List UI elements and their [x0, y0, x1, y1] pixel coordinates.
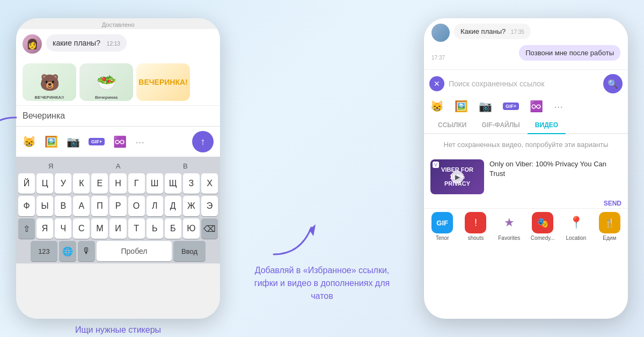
key-backspace[interactable]: ⌫	[201, 218, 218, 239]
search-button[interactable]: 🔍	[603, 74, 623, 93]
video-title: Only on Viber: 100% Privacy You Can Trus…	[489, 159, 621, 179]
key-ш[interactable]: Ш	[147, 173, 163, 194]
key-я[interactable]: Я	[36, 218, 53, 239]
location-icon: 📍	[565, 212, 587, 233]
app-favorites[interactable]: ★ Favorites	[495, 212, 524, 241]
keyboard-row-1: Й Ц У К Е Н Г Ш Щ З Х	[18, 173, 218, 194]
comedy-icon: 🎭	[532, 212, 553, 233]
key-space[interactable]: Пробел	[97, 241, 172, 261]
key-globe[interactable]: 🌐	[59, 241, 76, 261]
chat-top-right: Какие планы? 17:35 17:37 Позвони мне пос…	[424, 18, 628, 69]
sticker-1[interactable]: 🐻 ВЕЧЕРИНКА!!	[23, 63, 76, 101]
key-н[interactable]: Н	[109, 173, 126, 194]
send-button[interactable]: ↑	[192, 131, 214, 152]
chat-bubble: какие планы? 12:13	[46, 34, 127, 52]
image-icon[interactable]: 🖼️	[45, 135, 58, 148]
key-э[interactable]: Э	[201, 196, 218, 216]
app-comedy[interactable]: 🎭 Comedy...	[528, 212, 557, 241]
search-close-button[interactable]: ✕	[429, 76, 444, 91]
avatar: 👩	[23, 34, 42, 54]
more-icon-right[interactable]: ···	[554, 100, 563, 113]
location-label: Location	[566, 235, 587, 241]
key-л[interactable]: Л	[147, 196, 163, 216]
keyboard: Я А В Й Ц У К Е Н Г Ш	[16, 157, 220, 263]
toolbar-left: 😸 🖼️ 📷 GIF+ ♾️ ··· ↑	[16, 126, 220, 157]
right-phone-wrapper: Какие планы? 17:35 17:37 Позвони мне пос…	[424, 18, 628, 319]
key-б[interactable]: Б	[165, 218, 181, 239]
left-phone-wrapper: Доставлено 👩 какие планы? 12:13 🐻	[16, 18, 220, 335]
app-tenor[interactable]: GIF Tenor	[428, 212, 457, 241]
key-х[interactable]: Х	[201, 173, 218, 194]
key-м[interactable]: М	[91, 218, 108, 239]
key-з[interactable]: З	[183, 173, 200, 194]
key-п[interactable]: П	[91, 196, 108, 216]
key-й[interactable]: Й	[18, 173, 35, 194]
key-ч[interactable]: Ч	[55, 218, 71, 239]
msg-other-text: Какие планы?	[460, 27, 506, 35]
avatar-right	[431, 24, 450, 42]
bottom-apps-row: GIF Tenor ! shouts ★ Favorites 🎭 Comedy.…	[424, 208, 628, 244]
edim-icon: 🍴	[599, 212, 620, 233]
sticker-icon-right[interactable]: 😸	[430, 100, 444, 113]
play-icon[interactable]: ▶	[451, 171, 464, 184]
key-о[interactable]: О	[128, 196, 145, 216]
app-location[interactable]: 📍 Location	[561, 212, 590, 241]
image-icon-right[interactable]: 🖼️	[455, 100, 468, 113]
key-ж[interactable]: Ж	[183, 196, 200, 216]
msg-row-other: Какие планы? 17:35	[431, 24, 620, 42]
key-а[interactable]: А	[73, 196, 90, 216]
send-partial-label[interactable]: SEND	[424, 199, 628, 208]
video-thumbnail: V VIBER FOR100%PRIVACY ▶	[430, 159, 484, 194]
gif-badge-right[interactable]: GIF+	[503, 102, 519, 110]
tab-gif[interactable]: GIF-ФАЙЛЫ	[474, 117, 527, 133]
left-phone: Доставлено 👩 какие планы? 12:13 🐻	[16, 18, 220, 319]
suggestion-2[interactable]: А	[85, 161, 150, 171]
link-icon-right[interactable]: ♾️	[530, 100, 543, 113]
key-enter[interactable]: Ввод	[173, 241, 206, 261]
suggestion-1[interactable]: Я	[18, 161, 83, 171]
key-ф[interactable]: Ф	[18, 196, 35, 216]
app-shouts[interactable]: ! shouts	[461, 212, 490, 241]
key-ю[interactable]: Ю	[183, 218, 200, 239]
key-к[interactable]: К	[73, 173, 90, 194]
tab-video[interactable]: ВИДЕО	[528, 117, 566, 134]
sticker-3[interactable]: ВЕЧЕРИНКА!	[136, 63, 190, 101]
key-и[interactable]: И	[109, 218, 126, 239]
tab-links[interactable]: ССЫЛКИ	[430, 117, 474, 133]
search-input[interactable]: Поиск сохраненных ссылок	[449, 79, 599, 88]
sticker-1-label: ВЕЧЕРИНКА!!	[23, 95, 76, 100]
key-123[interactable]: 123	[31, 241, 57, 261]
chat-message-text: какие планы?	[53, 39, 100, 47]
sticker-2[interactable]: 🥗 Вечеринка	[79, 63, 133, 101]
key-с[interactable]: С	[73, 218, 90, 239]
more-icon[interactable]: ···	[135, 136, 144, 148]
key-т[interactable]: Т	[128, 218, 145, 239]
app-edim[interactable]: 🍴 Едим	[595, 212, 624, 241]
gif-badge[interactable]: GIF+	[89, 138, 105, 145]
key-р[interactable]: Р	[109, 196, 126, 216]
key-ь[interactable]: Ь	[147, 218, 163, 239]
key-д[interactable]: Д	[165, 196, 181, 216]
key-щ[interactable]: Щ	[165, 173, 181, 194]
sticker-2-label: Вечеринка	[79, 95, 133, 100]
keyboard-row-2: Ф Ы В А П Р О Л Д Ж Э	[18, 196, 218, 216]
shouts-label: shouts	[468, 235, 484, 241]
key-в[interactable]: В	[55, 196, 71, 216]
video-card[interactable]: V VIBER FOR100%PRIVACY ▶ Only on Viber: …	[424, 155, 628, 199]
suggestion-3[interactable]: В	[153, 161, 218, 171]
key-г[interactable]: Г	[128, 173, 145, 194]
camera-icon[interactable]: 📷	[67, 135, 80, 148]
key-ы[interactable]: Ы	[36, 196, 53, 216]
key-ц[interactable]: Ц	[36, 173, 53, 194]
key-е[interactable]: Е	[91, 173, 108, 194]
delivered-label: Доставлено	[16, 18, 220, 29]
link-icon[interactable]: ♾️	[113, 135, 127, 148]
key-у[interactable]: У	[55, 173, 71, 194]
key-mic[interactable]: 🎙	[78, 241, 95, 261]
shouts-icon: !	[465, 212, 486, 233]
key-shift[interactable]: ⇧	[18, 218, 35, 239]
right-caption: Добавляй в «Избранное» ссылки, гифки и в…	[247, 264, 397, 303]
sticker-icon[interactable]: 😸	[23, 135, 36, 148]
svg-marker-1	[309, 224, 316, 236]
camera-icon-right[interactable]: 📷	[479, 100, 492, 113]
